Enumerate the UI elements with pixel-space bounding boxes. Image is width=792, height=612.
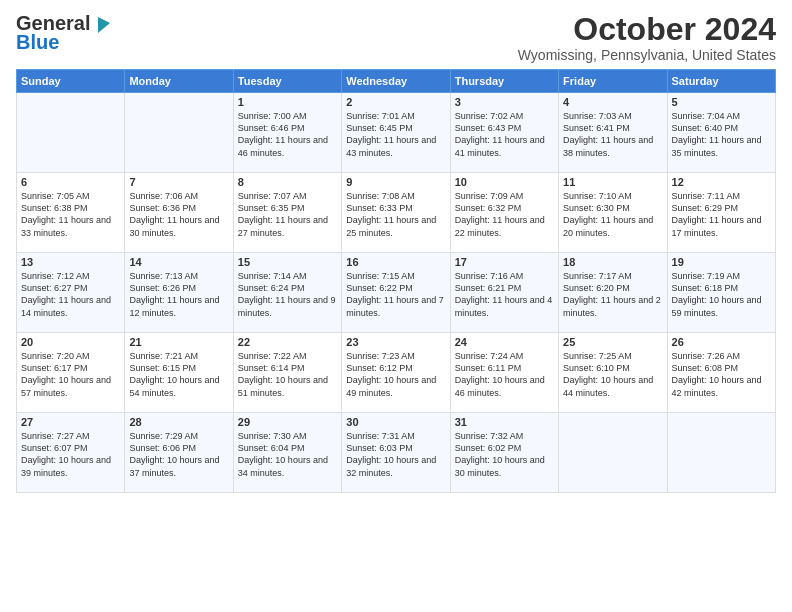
day-number: 13 <box>21 256 120 268</box>
day-number: 5 <box>672 96 771 108</box>
day-number: 20 <box>21 336 120 348</box>
cell-info: Sunrise: 7:24 AMSunset: 6:11 PMDaylight:… <box>455 350 554 399</box>
table-row: 16Sunrise: 7:15 AMSunset: 6:22 PMDayligh… <box>342 253 450 333</box>
cell-info: Sunrise: 7:07 AMSunset: 6:35 PMDaylight:… <box>238 190 337 239</box>
cell-info: Sunrise: 7:02 AMSunset: 6:43 PMDaylight:… <box>455 110 554 159</box>
location: Wyomissing, Pennsylvania, United States <box>518 47 776 63</box>
table-row: 9Sunrise: 7:08 AMSunset: 6:33 PMDaylight… <box>342 173 450 253</box>
table-row: 25Sunrise: 7:25 AMSunset: 6:10 PMDayligh… <box>559 333 667 413</box>
table-row: 3Sunrise: 7:02 AMSunset: 6:43 PMDaylight… <box>450 93 558 173</box>
cell-info: Sunrise: 7:17 AMSunset: 6:20 PMDaylight:… <box>563 270 662 319</box>
cell-info: Sunrise: 7:04 AMSunset: 6:40 PMDaylight:… <box>672 110 771 159</box>
table-row: 2Sunrise: 7:01 AMSunset: 6:45 PMDaylight… <box>342 93 450 173</box>
table-row <box>125 93 233 173</box>
logo-icon <box>90 13 112 35</box>
cell-info: Sunrise: 7:10 AMSunset: 6:30 PMDaylight:… <box>563 190 662 239</box>
col-thursday: Thursday <box>450 70 558 93</box>
cell-info: Sunrise: 7:12 AMSunset: 6:27 PMDaylight:… <box>21 270 120 319</box>
col-friday: Friday <box>559 70 667 93</box>
table-row: 5Sunrise: 7:04 AMSunset: 6:40 PMDaylight… <box>667 93 775 173</box>
cell-info: Sunrise: 7:00 AMSunset: 6:46 PMDaylight:… <box>238 110 337 159</box>
day-number: 19 <box>672 256 771 268</box>
day-number: 26 <box>672 336 771 348</box>
day-number: 11 <box>563 176 662 188</box>
cell-info: Sunrise: 7:16 AMSunset: 6:21 PMDaylight:… <box>455 270 554 319</box>
day-number: 15 <box>238 256 337 268</box>
day-number: 14 <box>129 256 228 268</box>
day-number: 24 <box>455 336 554 348</box>
cell-info: Sunrise: 7:21 AMSunset: 6:15 PMDaylight:… <box>129 350 228 399</box>
page: General Blue October 2024 Wyomissing, Pe… <box>0 0 792 501</box>
table-row <box>667 413 775 493</box>
logo-blue: Blue <box>16 31 59 54</box>
table-row: 22Sunrise: 7:22 AMSunset: 6:14 PMDayligh… <box>233 333 341 413</box>
header: General Blue October 2024 Wyomissing, Pe… <box>16 12 776 63</box>
table-row: 18Sunrise: 7:17 AMSunset: 6:20 PMDayligh… <box>559 253 667 333</box>
svg-marker-0 <box>98 17 110 33</box>
cell-info: Sunrise: 7:27 AMSunset: 6:07 PMDaylight:… <box>21 430 120 479</box>
table-row: 15Sunrise: 7:14 AMSunset: 6:24 PMDayligh… <box>233 253 341 333</box>
table-row: 23Sunrise: 7:23 AMSunset: 6:12 PMDayligh… <box>342 333 450 413</box>
month-title: October 2024 <box>518 12 776 47</box>
calendar-week-5: 27Sunrise: 7:27 AMSunset: 6:07 PMDayligh… <box>17 413 776 493</box>
day-number: 22 <box>238 336 337 348</box>
calendar-week-2: 6Sunrise: 7:05 AMSunset: 6:38 PMDaylight… <box>17 173 776 253</box>
title-block: October 2024 Wyomissing, Pennsylvania, U… <box>518 12 776 63</box>
table-row: 24Sunrise: 7:24 AMSunset: 6:11 PMDayligh… <box>450 333 558 413</box>
cell-info: Sunrise: 7:03 AMSunset: 6:41 PMDaylight:… <box>563 110 662 159</box>
day-number: 18 <box>563 256 662 268</box>
table-row: 28Sunrise: 7:29 AMSunset: 6:06 PMDayligh… <box>125 413 233 493</box>
cell-info: Sunrise: 7:19 AMSunset: 6:18 PMDaylight:… <box>672 270 771 319</box>
table-row: 4Sunrise: 7:03 AMSunset: 6:41 PMDaylight… <box>559 93 667 173</box>
col-tuesday: Tuesday <box>233 70 341 93</box>
cell-info: Sunrise: 7:13 AMSunset: 6:26 PMDaylight:… <box>129 270 228 319</box>
logo: General Blue <box>16 12 112 54</box>
calendar-week-1: 1Sunrise: 7:00 AMSunset: 6:46 PMDaylight… <box>17 93 776 173</box>
day-number: 30 <box>346 416 445 428</box>
table-row: 29Sunrise: 7:30 AMSunset: 6:04 PMDayligh… <box>233 413 341 493</box>
day-number: 16 <box>346 256 445 268</box>
cell-info: Sunrise: 7:08 AMSunset: 6:33 PMDaylight:… <box>346 190 445 239</box>
day-number: 9 <box>346 176 445 188</box>
col-sunday: Sunday <box>17 70 125 93</box>
cell-info: Sunrise: 7:11 AMSunset: 6:29 PMDaylight:… <box>672 190 771 239</box>
day-number: 1 <box>238 96 337 108</box>
day-number: 27 <box>21 416 120 428</box>
day-number: 17 <box>455 256 554 268</box>
cell-info: Sunrise: 7:26 AMSunset: 6:08 PMDaylight:… <box>672 350 771 399</box>
cell-info: Sunrise: 7:20 AMSunset: 6:17 PMDaylight:… <box>21 350 120 399</box>
cell-info: Sunrise: 7:05 AMSunset: 6:38 PMDaylight:… <box>21 190 120 239</box>
table-row: 21Sunrise: 7:21 AMSunset: 6:15 PMDayligh… <box>125 333 233 413</box>
day-number: 6 <box>21 176 120 188</box>
cell-info: Sunrise: 7:14 AMSunset: 6:24 PMDaylight:… <box>238 270 337 319</box>
table-row: 1Sunrise: 7:00 AMSunset: 6:46 PMDaylight… <box>233 93 341 173</box>
table-row: 12Sunrise: 7:11 AMSunset: 6:29 PMDayligh… <box>667 173 775 253</box>
calendar-table: Sunday Monday Tuesday Wednesday Thursday… <box>16 69 776 493</box>
table-row <box>17 93 125 173</box>
table-row: 6Sunrise: 7:05 AMSunset: 6:38 PMDaylight… <box>17 173 125 253</box>
cell-info: Sunrise: 7:25 AMSunset: 6:10 PMDaylight:… <box>563 350 662 399</box>
cell-info: Sunrise: 7:22 AMSunset: 6:14 PMDaylight:… <box>238 350 337 399</box>
header-row: Sunday Monday Tuesday Wednesday Thursday… <box>17 70 776 93</box>
table-row: 26Sunrise: 7:26 AMSunset: 6:08 PMDayligh… <box>667 333 775 413</box>
table-row: 17Sunrise: 7:16 AMSunset: 6:21 PMDayligh… <box>450 253 558 333</box>
cell-info: Sunrise: 7:09 AMSunset: 6:32 PMDaylight:… <box>455 190 554 239</box>
day-number: 3 <box>455 96 554 108</box>
day-number: 23 <box>346 336 445 348</box>
cell-info: Sunrise: 7:30 AMSunset: 6:04 PMDaylight:… <box>238 430 337 479</box>
table-row: 27Sunrise: 7:27 AMSunset: 6:07 PMDayligh… <box>17 413 125 493</box>
cell-info: Sunrise: 7:29 AMSunset: 6:06 PMDaylight:… <box>129 430 228 479</box>
day-number: 25 <box>563 336 662 348</box>
cell-info: Sunrise: 7:15 AMSunset: 6:22 PMDaylight:… <box>346 270 445 319</box>
cell-info: Sunrise: 7:06 AMSunset: 6:36 PMDaylight:… <box>129 190 228 239</box>
table-row: 30Sunrise: 7:31 AMSunset: 6:03 PMDayligh… <box>342 413 450 493</box>
day-number: 4 <box>563 96 662 108</box>
day-number: 31 <box>455 416 554 428</box>
table-row: 11Sunrise: 7:10 AMSunset: 6:30 PMDayligh… <box>559 173 667 253</box>
col-wednesday: Wednesday <box>342 70 450 93</box>
table-row: 19Sunrise: 7:19 AMSunset: 6:18 PMDayligh… <box>667 253 775 333</box>
day-number: 28 <box>129 416 228 428</box>
day-number: 2 <box>346 96 445 108</box>
cell-info: Sunrise: 7:01 AMSunset: 6:45 PMDaylight:… <box>346 110 445 159</box>
col-monday: Monday <box>125 70 233 93</box>
